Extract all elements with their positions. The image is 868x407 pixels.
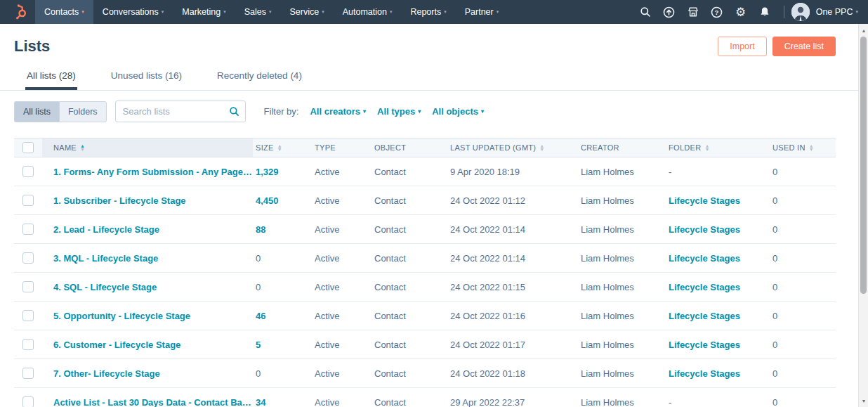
nav-item-partner[interactable]: Partner ▾: [456, 0, 508, 24]
scroll-up-icon[interactable]: ▲: [859, 25, 868, 35]
scrollbar-thumb[interactable]: [860, 37, 867, 294]
list-name-link[interactable]: 4. SQL - Lifecycle Stage: [53, 282, 253, 292]
upgrade-icon[interactable]: [657, 0, 681, 24]
settings-icon[interactable]: ⚙: [729, 0, 753, 24]
row-checkbox[interactable]: [22, 396, 34, 407]
list-name-link[interactable]: 1. Forms- Any Form Submission - Any Page…: [53, 167, 253, 177]
list-name-link[interactable]: 1. Subscriber - Lifecycle Stage: [53, 195, 253, 206]
table-row[interactable]: Active List - Last 30 Days Data - Contac…: [14, 388, 836, 407]
view-toggle-all-lists[interactable]: All lists: [14, 101, 59, 122]
list-folder-link[interactable]: -: [669, 397, 671, 407]
sort-icon[interactable]: ▲▼: [809, 144, 814, 151]
view-toggle: All lists Folders: [14, 101, 107, 122]
help-icon[interactable]: ?: [705, 0, 729, 24]
row-checkbox[interactable]: [22, 224, 34, 235]
nav-item-service[interactable]: Service ▾: [280, 0, 333, 24]
tab-all-lists[interactable]: All lists (28): [25, 65, 77, 90]
chevron-down-icon: ▾: [269, 9, 272, 15]
view-toggle-folders[interactable]: Folders: [59, 101, 107, 122]
vertical-scrollbar[interactable]: ▲ ▼: [858, 24, 868, 407]
nav-item-sales[interactable]: Sales ▾: [235, 0, 281, 24]
column-header-folder[interactable]: FOLDER: [669, 143, 701, 152]
account-menu[interactable]: One PPC ▾: [816, 7, 858, 17]
column-header-size[interactable]: SIZE: [256, 143, 274, 152]
marketplace-icon[interactable]: [681, 0, 705, 24]
list-folder-link[interactable]: Lifecycle Stages: [669, 340, 740, 350]
nav-item-conversations[interactable]: Conversations ▾: [93, 0, 173, 24]
list-name-link[interactable]: 6. Customer - Lifecycle Stage: [53, 340, 253, 350]
list-folder-link[interactable]: Lifecycle Stages: [669, 311, 740, 321]
table-row[interactable]: 5. Opportunity - Lifecycle Stage 46 Acti…: [14, 302, 836, 330]
tab-unused-lists[interactable]: Unused lists (16): [110, 65, 183, 90]
column-header-object: OBJECT: [374, 143, 406, 152]
list-object: Contact: [374, 282, 406, 292]
list-size[interactable]: 0: [256, 253, 261, 264]
list-size[interactable]: 0: [256, 282, 261, 292]
sort-icon[interactable]: ▲▼: [704, 144, 709, 151]
list-size[interactable]: 4,450: [256, 195, 279, 206]
list-folder-link[interactable]: Lifecycle Stages: [669, 282, 740, 292]
nav-item-label: Contacts: [44, 7, 79, 17]
list-size[interactable]: 5: [256, 340, 261, 350]
scroll-down-icon[interactable]: ▼: [859, 396, 868, 406]
list-name-link[interactable]: 7. Other- Lifecycle Stage: [53, 368, 253, 379]
list-folder-link[interactable]: Lifecycle Stages: [669, 224, 740, 235]
list-size[interactable]: 88: [256, 224, 265, 235]
search-icon[interactable]: [229, 106, 239, 119]
sort-icon[interactable]: ▲▼: [277, 144, 282, 151]
row-checkbox[interactable]: [22, 339, 34, 350]
dropdown-all-types[interactable]: All types ▾: [377, 106, 421, 117]
row-checkbox[interactable]: [22, 195, 34, 206]
table-row[interactable]: 1. Forms- Any Form Submission - Any Page…: [14, 157, 836, 186]
notifications-icon[interactable]: [753, 0, 777, 24]
list-size[interactable]: 1,329: [256, 167, 279, 177]
list-folder-link[interactable]: Lifecycle Stages: [669, 368, 740, 379]
list-name-link[interactable]: 5. Opportunity - Lifecycle Stage: [53, 311, 253, 321]
table-row[interactable]: 6. Customer - Lifecycle Stage 5 Active C…: [14, 330, 836, 359]
dropdown-all-objects[interactable]: All objects ▾: [432, 106, 484, 117]
tab-recently-deleted[interactable]: Recently deleted (4): [216, 65, 303, 90]
nav-item-automation[interactable]: Automation ▾: [334, 0, 402, 24]
nav-item-label: Conversations: [103, 7, 159, 17]
list-name-link[interactable]: 2. Lead - Lifecycle Stage: [53, 224, 253, 235]
page-title: Lists: [14, 37, 50, 56]
list-size[interactable]: 0: [256, 368, 261, 379]
list-name-link[interactable]: 3. MQL - Lifecycle Stage: [53, 253, 253, 264]
avatar[interactable]: [791, 3, 810, 21]
sort-icon[interactable]: ▲▼: [80, 144, 85, 151]
hubspot-logo-icon[interactable]: [7, 4, 35, 20]
table-row[interactable]: 4. SQL - Lifecycle Stage 0 Active Contac…: [14, 273, 836, 302]
dropdown-label: All types: [377, 106, 415, 117]
table-row[interactable]: 7. Other- Lifecycle Stage 0 Active Conta…: [14, 359, 836, 388]
list-folder-link[interactable]: Lifecycle Stages: [669, 253, 740, 264]
nav-item-marketing[interactable]: Marketing ▾: [173, 0, 235, 24]
row-checkbox[interactable]: [22, 281, 34, 292]
column-header-name[interactable]: NAME: [53, 143, 77, 152]
column-header-used-in[interactable]: USED IN: [772, 143, 805, 152]
create-list-button[interactable]: Create list: [772, 37, 836, 56]
import-button[interactable]: Import: [718, 37, 766, 56]
row-checkbox[interactable]: [22, 252, 34, 264]
nav-item-reports[interactable]: Reports ▾: [401, 0, 455, 24]
nav-item-label: Partner: [465, 7, 494, 17]
dropdown-all-creators[interactable]: All creators ▾: [310, 106, 366, 117]
list-size[interactable]: 34: [256, 397, 265, 407]
list-size[interactable]: 46: [256, 311, 265, 321]
table-row[interactable]: 1. Subscriber - Lifecycle Stage 4,450 Ac…: [14, 186, 836, 215]
nav-item-contacts[interactable]: Contacts ▾: [35, 0, 93, 24]
select-all-checkbox[interactable]: [22, 142, 34, 153]
row-checkbox[interactable]: [22, 310, 34, 321]
search-icon[interactable]: [633, 0, 657, 24]
row-checkbox[interactable]: [22, 368, 34, 379]
list-folder-link[interactable]: -: [669, 167, 671, 177]
search-input[interactable]: [115, 101, 246, 122]
table-row[interactable]: 3. MQL - Lifecycle Stage 0 Active Contac…: [14, 244, 836, 273]
column-header-last-updated[interactable]: LAST UPDATED (GMT): [450, 143, 536, 152]
list-name-link[interactable]: Active List - Last 30 Days Data - Contac…: [53, 397, 253, 407]
sort-icon[interactable]: ▲▼: [539, 144, 544, 151]
row-checkbox[interactable]: [22, 166, 34, 177]
list-folder-link[interactable]: Lifecycle Stages: [669, 195, 740, 206]
table-row[interactable]: 2. Lead - Lifecycle Stage 88 Active Cont…: [14, 215, 836, 244]
filter-by-label: Filter by:: [264, 106, 299, 117]
nav-item-label: Service: [289, 7, 319, 17]
